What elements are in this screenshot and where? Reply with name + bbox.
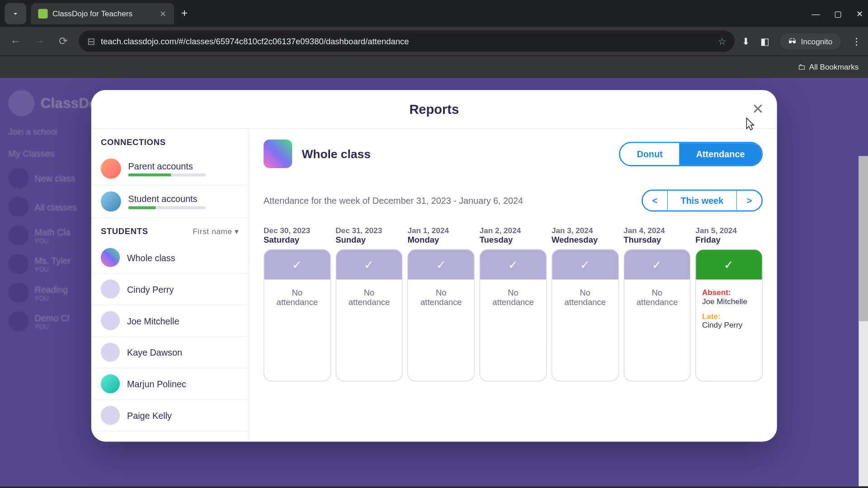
day-date: Dec 31, 2023 — [335, 226, 403, 235]
incognito-badge[interactable]: 🕶 Incognito — [780, 33, 841, 49]
late-name: Cindy Perry — [702, 321, 756, 330]
parent-avatar-icon — [101, 159, 121, 179]
check-icon: ✓ — [580, 258, 590, 272]
class-title: Whole class — [302, 147, 609, 160]
favicon — [38, 9, 47, 18]
modal-overlay: Reports ✕ CONNECTIONS Parent accounts — [0, 78, 868, 487]
new-tab-button[interactable]: + — [181, 7, 188, 20]
day-status: No attendance — [264, 280, 330, 381]
day-status: No attendance — [336, 280, 402, 381]
day-date: Jan 4, 2024 — [623, 226, 691, 235]
student-avatar-icon — [101, 280, 120, 299]
late-entry: Late: Cindy Perry — [702, 312, 756, 330]
next-week-button[interactable]: > — [737, 191, 762, 211]
reports-sidebar: CONNECTIONS Parent accounts Student acco… — [91, 129, 250, 441]
day-column: Jan 2, 2024 Tuesday ✓No attendance — [480, 226, 547, 381]
day-name: Friday — [695, 235, 763, 244]
reports-main: Whole class Donut Attendance Attendance … — [249, 129, 777, 441]
minimize-icon[interactable]: — — [811, 9, 820, 18]
forward-icon[interactable]: → — [31, 35, 48, 47]
student-accounts-label: Student accounts — [128, 194, 206, 204]
modal-header: Reports ✕ — [91, 90, 777, 129]
view-toggle: Donut Attendance — [619, 141, 763, 166]
day-date: Jan 1, 2024 — [407, 226, 475, 235]
absent-label: Absent: — [702, 288, 731, 297]
browser-tab-bar: ClassDojo for Teachers ✕ + — ▢ ✕ — [0, 0, 868, 27]
close-window-icon[interactable]: ✕ — [856, 9, 863, 18]
student-avatar-icon — [101, 191, 121, 211]
student-avatar-icon — [101, 374, 120, 393]
bookmark-star-icon[interactable]: ☆ — [718, 35, 726, 47]
check-icon: ✓ — [724, 258, 734, 272]
day-status: No attendance — [624, 280, 690, 381]
late-label: Late: — [702, 312, 721, 321]
student-item[interactable]: Marjun Polinec — [91, 368, 249, 400]
student-accounts-item[interactable]: Student accounts — [91, 185, 249, 218]
donut-toggle[interactable]: Donut — [620, 143, 679, 165]
prev-week-button[interactable]: < — [643, 191, 668, 211]
day-card[interactable]: ✓No attendance — [480, 249, 547, 381]
attendance-toggle[interactable]: Attendance — [679, 143, 762, 165]
sort-dropdown[interactable]: First name ▾ — [193, 227, 239, 236]
day-date: Jan 5, 2024 — [695, 226, 763, 235]
parent-accounts-item[interactable]: Parent accounts — [91, 153, 249, 186]
this-week-button[interactable]: This week — [668, 191, 737, 211]
back-icon[interactable]: ← — [7, 35, 24, 47]
student-item[interactable]: Paige Kelly — [91, 400, 249, 432]
all-bookmarks-button[interactable]: 🗀 All Bookmarks — [798, 62, 859, 71]
day-column: Dec 30, 2023 Saturday ✓No attendance — [264, 226, 331, 381]
student-avatar-icon — [101, 311, 120, 330]
student-avatar-icon — [101, 343, 120, 361]
student-item[interactable]: Kaye Dawson — [91, 337, 249, 368]
class-icon — [264, 140, 292, 168]
address-bar[interactable]: ⊟ teach.classdojo.com/#/classes/65974c81… — [79, 30, 735, 52]
student-whole-class[interactable]: Whole class — [91, 242, 249, 274]
student-name: Cindy Perry — [127, 284, 174, 294]
tab-search-button[interactable] — [5, 3, 26, 24]
day-card-head: ✓ — [408, 250, 474, 280]
menu-icon[interactable]: ⋮ — [852, 35, 861, 47]
browser-toolbar: ← → ⟳ ⊟ teach.classdojo.com/#/classes/65… — [0, 27, 868, 55]
check-icon: ✓ — [508, 258, 518, 272]
day-date: Dec 30, 2023 — [264, 226, 331, 235]
student-name: Paige Kelly — [127, 410, 172, 420]
day-column: Jan 3, 2024 Wednesday ✓No attendance — [552, 226, 619, 381]
site-settings-icon[interactable]: ⊟ — [87, 35, 95, 47]
day-name: Wednesday — [552, 235, 619, 244]
day-status: No attendance — [480, 280, 546, 381]
day-card[interactable]: ✓No attendance — [623, 249, 691, 381]
progress-bar — [128, 174, 171, 177]
downloads-icon[interactable]: ⬇ — [742, 35, 750, 47]
attendance-days-grid: Dec 30, 2023 Saturday ✓No attendance Dec… — [264, 226, 763, 381]
page-scrollbar[interactable] — [859, 156, 868, 487]
day-card[interactable]: ✓ Absent: Joe Mitchelle Late: Cindy Perr… — [695, 249, 763, 381]
day-card-head: ✓ — [336, 250, 402, 280]
day-date: Jan 3, 2024 — [552, 226, 619, 235]
day-name: Sunday — [335, 235, 403, 244]
browser-tab[interactable]: ClassDojo for Teachers ✕ — [31, 3, 175, 24]
day-card[interactable]: ✓No attendance — [335, 249, 403, 381]
student-item[interactable]: Cindy Perry — [91, 273, 249, 305]
day-card-head-taken: ✓ — [696, 250, 762, 280]
check-icon: ✓ — [652, 258, 662, 272]
progress-bar — [128, 206, 156, 209]
day-column: Dec 31, 2023 Sunday ✓No attendance — [335, 226, 403, 381]
day-card[interactable]: ✓No attendance — [407, 249, 475, 381]
check-icon: ✓ — [436, 258, 446, 272]
day-card[interactable]: ✓No attendance — [552, 249, 619, 381]
sidepanel-icon[interactable]: ◧ — [760, 35, 769, 47]
student-item[interactable]: Joe Mitchelle — [91, 305, 249, 337]
close-icon[interactable]: ✕ — [752, 101, 764, 117]
day-column: Jan 5, 2024 Friday ✓ Absent: Joe Mitchel… — [695, 226, 763, 381]
close-tab-icon[interactable]: ✕ — [160, 9, 167, 18]
student-avatar-icon — [101, 406, 120, 425]
scroll-thumb[interactable] — [859, 156, 868, 321]
day-name: Saturday — [264, 235, 331, 244]
absent-entry: Absent: Joe Mitchelle — [702, 288, 756, 306]
class-avatar-icon — [101, 248, 120, 267]
maximize-icon[interactable]: ▢ — [834, 9, 842, 18]
reload-icon[interactable]: ⟳ — [55, 35, 71, 48]
day-date: Jan 2, 2024 — [480, 226, 547, 235]
url-text: teach.classdojo.com/#/classes/65974c810c… — [101, 36, 712, 46]
day-card[interactable]: ✓No attendance — [264, 249, 331, 381]
